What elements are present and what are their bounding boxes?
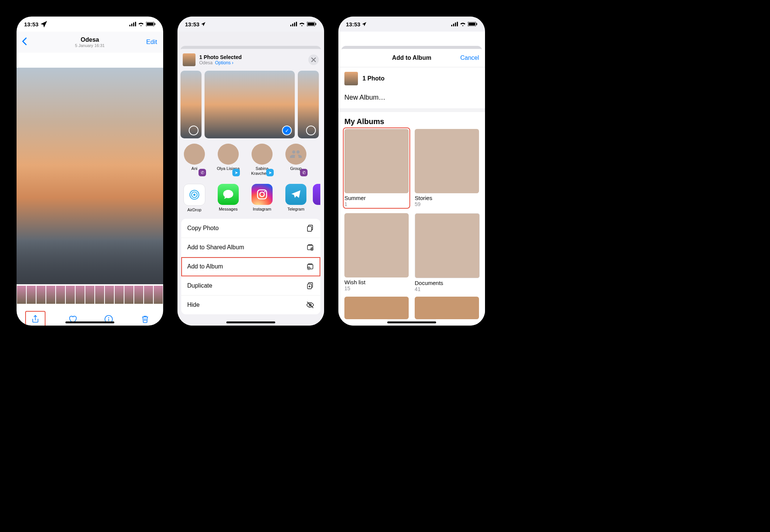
share-contact[interactable]: ➤ Olya Lisiana [211,144,245,176]
favorite-button[interactable] [63,312,82,326]
selection-check-icon[interactable]: ✓ [282,126,292,135]
svg-point-16 [193,194,196,196]
header-thumbnail [183,53,196,66]
albums-grid-more [338,292,485,319]
status-time: 13:53 [185,21,199,27]
app-label: Messages [211,207,245,211]
avatar [218,144,239,165]
selection-count-label: 1 Photo [362,75,385,82]
new-album-button[interactable]: New Album… [338,90,485,112]
album-stories[interactable]: Stories 59 [415,129,479,207]
duplicate-icon [306,282,314,290]
svg-point-21 [264,191,265,192]
album-cover [415,297,479,319]
airdrop-icon [183,184,205,206]
home-indicator[interactable] [65,321,114,323]
app-airdrop[interactable]: AirDrop [177,184,211,212]
app-messages[interactable]: Messages [211,184,245,212]
cellular-icon [451,22,458,26]
carousel-item-selected[interactable]: ✓ [205,71,295,138]
copy-icon [306,224,314,232]
status-bar: 13:53 [177,17,324,32]
action-label: Duplicate [187,282,212,289]
share-sheet-header: 1 Photo Selected Odesa Options › [177,49,324,71]
phone-share-sheet: 13:53 1 Photo Selected Odesa Options › [177,17,324,326]
album-summer[interactable]: Summer 1 [344,129,409,207]
back-button[interactable] [22,36,27,48]
options-link[interactable]: Options › [215,60,233,65]
album-wish-list[interactable]: Wish list 15 [344,213,409,292]
info-button[interactable] [99,312,118,326]
share-contact-group[interactable]: ✆ Group [279,144,313,176]
share-button[interactable] [25,311,45,326]
telegram-badge-icon: ➤ [266,169,274,176]
home-indicator[interactable] [387,321,436,323]
action-label: Hide [187,302,200,308]
close-icon [311,58,316,62]
album-partial[interactable] [344,297,409,319]
status-time: 13:53 [24,21,38,27]
location-icon [40,20,48,28]
album-cover [344,213,409,277]
contact-name: Sabina Kravchenko [245,166,279,176]
thumbnail-strip[interactable] [17,284,163,310]
svg-point-8 [108,317,109,318]
share-contact[interactable]: ➤ Sabina Kravchenko [245,144,279,176]
phone-add-to-album: 13:53 Add to Album Cancel 1 Photo New Al… [338,17,485,326]
svg-rect-1 [131,24,132,26]
home-indicator[interactable] [226,321,275,323]
viber-badge-icon: ✆ [199,169,206,176]
photo-carousel[interactable]: ✓ [177,71,324,138]
delete-button[interactable] [136,312,155,326]
carousel-item[interactable] [298,71,319,138]
telegram-icon [285,184,306,205]
instagram-icon [252,184,273,205]
selection-circle[interactable] [306,126,316,135]
action-hide[interactable]: Hide [181,296,320,314]
edit-button[interactable]: Edit [146,38,157,46]
album-name: Documents [415,280,479,286]
sheet-nav: Add to Album Cancel [338,49,485,67]
app-more[interactable] [313,184,320,212]
close-button[interactable] [308,55,319,65]
app-label: AirDrop [177,208,211,212]
share-contact[interactable]: ✆ Ani [177,144,211,176]
wifi-icon [460,22,466,26]
album-cover [415,213,480,278]
cancel-button[interactable]: Cancel [460,55,479,61]
app-label: Instagram [245,207,279,211]
svg-rect-0 [129,25,130,26]
svg-rect-23 [308,227,312,232]
app-telegram[interactable]: Telegram [279,184,313,212]
app-partial-icon [313,184,320,205]
selection-circle[interactable] [189,126,199,135]
battery-icon [307,22,317,26]
selection-count: 1 Photo Selected [199,54,242,60]
svg-rect-11 [294,23,295,26]
albums-grid: Summer 1 Stories 59 Wish list 15 Documen… [338,129,485,292]
action-add-shared-album[interactable]: Add to Shared Album [181,238,320,257]
nav-bar: Odesa 5 January 16:31 Edit [17,32,163,53]
action-label: Copy Photo [187,225,219,232]
album-partial[interactable] [415,297,479,319]
svg-point-20 [260,192,264,197]
cellular-icon [290,22,297,26]
action-duplicate[interactable]: Duplicate [181,276,320,296]
trash-icon [141,315,150,324]
action-add-to-album[interactable]: Add to Album [181,257,320,276]
battery-icon [468,22,477,26]
action-copy-photo[interactable]: Copy Photo [181,219,320,238]
contact-name: Ani [177,166,211,171]
svg-rect-34 [455,23,456,26]
album-name: Stories [415,195,479,201]
album-count: 15 [344,285,409,291]
svg-rect-35 [457,22,458,26]
app-instagram[interactable]: Instagram [245,184,279,212]
photo-preview[interactable] [17,68,163,284]
share-icon [31,315,40,324]
svg-rect-33 [453,24,454,26]
svg-point-26 [311,248,312,249]
album-documents[interactable]: Documents 41 [415,213,479,292]
group-icon [285,144,306,165]
carousel-item[interactable] [180,71,202,138]
